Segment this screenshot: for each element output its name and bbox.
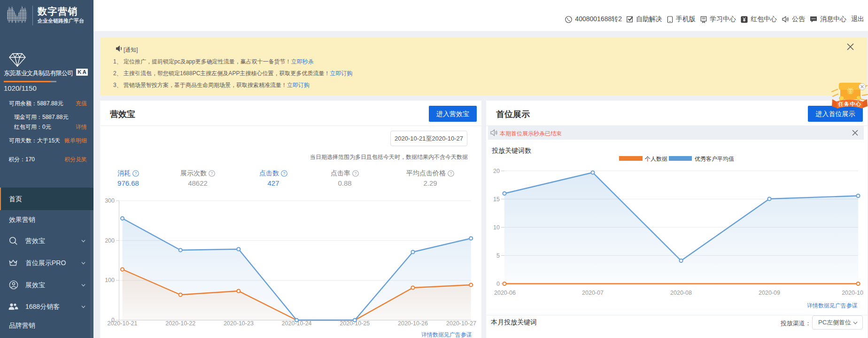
svg-text:300: 300 <box>105 197 115 204</box>
svg-text:?: ? <box>355 171 357 176</box>
svg-text:?: ? <box>211 171 213 176</box>
svg-text:2020-10-26: 2020-10-26 <box>398 320 428 327</box>
svg-text:2020-10-23: 2020-10-23 <box>224 320 254 327</box>
svg-text:2020-10: 2020-10 <box>842 290 863 296</box>
svg-text:任务中心: 任务中心 <box>838 101 862 107</box>
svg-text:2020-08: 2020-08 <box>670 290 692 296</box>
svg-text:2020-06: 2020-06 <box>494 290 516 296</box>
svg-text:?: ? <box>135 171 137 176</box>
svg-text:20: 20 <box>493 168 500 174</box>
svg-text:2020-10-22: 2020-10-22 <box>165 320 195 327</box>
svg-text:0: 0 <box>496 281 500 287</box>
svg-text:15: 15 <box>493 196 500 203</box>
svg-text:?: ? <box>283 171 286 176</box>
svg-text:100: 100 <box>105 277 115 283</box>
svg-text:2020-10-27: 2020-10-27 <box>446 320 476 327</box>
svg-text:2020-07: 2020-07 <box>582 290 604 296</box>
svg-text:2020-09: 2020-09 <box>759 290 780 296</box>
svg-text:2020-10-21: 2020-10-21 <box>108 320 138 327</box>
svg-text:10: 10 <box>493 224 500 231</box>
svg-text:5: 5 <box>496 252 500 259</box>
svg-text:200: 200 <box>105 237 115 244</box>
svg-text:?: ? <box>450 171 452 176</box>
